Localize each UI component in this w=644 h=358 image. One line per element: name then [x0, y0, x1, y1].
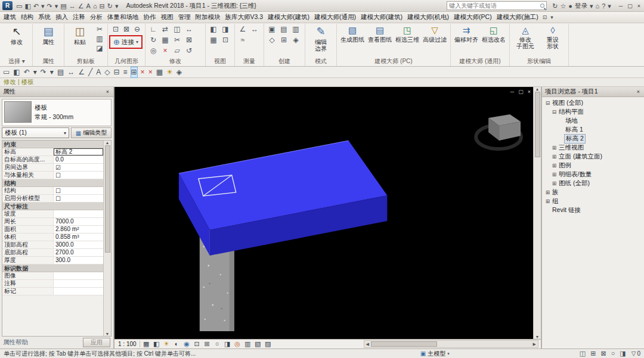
ribbon-tab-16[interactable]: 建模大师(机电)	[405, 12, 451, 23]
reveal-hidden-icon[interactable]: ◎	[233, 340, 242, 348]
measure-icon[interactable]: ↔	[67, 67, 75, 77]
restore-button[interactable]: ▢	[626, 1, 634, 11]
legend-component-icon[interactable]: ▥	[290, 24, 301, 34]
mirror-icon[interactable]: ◫	[172, 24, 182, 34]
qat-caret-icon[interactable]: ▾	[114, 1, 120, 11]
ribbon-tab-7[interactable]: 体量和场地	[105, 12, 141, 23]
ribbon-tab-14[interactable]: 建模大师(通用)	[312, 12, 358, 23]
ribbon-tab-9[interactable]: 视图	[159, 12, 176, 23]
ribbon-tab-12[interactable]: 族库大师V3.3	[223, 12, 266, 23]
scrollbar-thumb[interactable]	[535, 92, 540, 157]
scale-control[interactable]: 1 : 100	[117, 341, 140, 347]
tree-item[interactable]: ⊞族	[542, 188, 644, 197]
scale-icon[interactable]: ▱	[172, 46, 182, 55]
selection-filter[interactable]: ▽ 0	[631, 350, 640, 357]
cut-icon[interactable]: ✂	[94, 24, 105, 34]
design-options-control[interactable]: ▣ 主模型 ▾	[420, 350, 450, 358]
design-options-value[interactable]: 主模型	[428, 350, 445, 358]
exchange-apps-icon[interactable]: ⌂	[595, 1, 601, 11]
type-preview[interactable]: 楼板 常规 - 300mm	[2, 99, 112, 126]
expand-icon[interactable]: ⊞	[544, 198, 551, 204]
app-menu-button[interactable]: R	[2, 1, 13, 10]
cut-geometry-icon[interactable]: ⊡	[110, 24, 121, 34]
save-icon[interactable]: ◧	[13, 67, 20, 77]
ribbon-tab-11[interactable]: 附加模块	[193, 12, 223, 23]
linework-icon[interactable]: ⊡	[220, 35, 231, 45]
ribbon-tab-4[interactable]: 插入	[53, 12, 70, 23]
view-template-icon[interactable]: ▦	[156, 67, 163, 77]
collapse-icon[interactable]: ⊟	[551, 109, 558, 115]
close-icon[interactable]: ×	[636, 89, 641, 95]
modify-subelements-button[interactable]: ◬修改 子图元	[512, 24, 538, 49]
measure-length-icon[interactable]: ↔	[249, 24, 260, 34]
ribbon-tab-2[interactable]: 结构	[18, 12, 36, 23]
tree-item[interactable]: 场地	[542, 116, 644, 125]
param-value[interactable]: 2.860 m²	[54, 226, 103, 233]
tree-item[interactable]: ⊞图纸 (全部)	[542, 179, 644, 188]
collapse-icon[interactable]: ⊟	[544, 100, 551, 106]
scroll-down-icon[interactable]: ▼	[535, 335, 540, 339]
editable-only-icon[interactable]: ◫	[580, 350, 586, 357]
undo-icon[interactable]: ↶	[32, 1, 40, 11]
thin-lines-icon[interactable]: ≡	[123, 67, 128, 77]
options-icon[interactable]: ◈	[177, 67, 182, 77]
scroll-down-icon[interactable]: ▼	[106, 332, 110, 336]
checkbox-unchecked[interactable]: ☐	[55, 195, 61, 202]
param-value[interactable]: 标高 2	[54, 148, 103, 155]
redo-caret-icon[interactable]: ▾	[50, 67, 54, 77]
param-value[interactable]: ☐	[54, 187, 103, 194]
element-selector[interactable]: 楼板 (1) ▾	[2, 127, 69, 138]
default-3d-view-icon[interactable]: ⌂	[92, 1, 98, 11]
aligned-dimension-icon[interactable]: ∠	[78, 67, 85, 77]
match-properties-icon[interactable]: ◪	[94, 43, 105, 53]
ribbon-tab-13[interactable]: 建模大师(建筑)	[265, 12, 312, 23]
create-similar-icon[interactable]: ▤	[278, 24, 289, 34]
expand-icon[interactable]: ⊞	[551, 163, 558, 169]
copy-icon[interactable]: ▥	[94, 34, 105, 43]
modify-button[interactable]: ↖修改	[4, 24, 30, 45]
favorites-icon[interactable]: ☆	[559, 1, 567, 11]
scroll-left-icon[interactable]: ◀	[364, 342, 371, 347]
expand-icon[interactable]: ⊞	[551, 145, 558, 151]
scroll-up-icon[interactable]: ▲	[106, 141, 110, 145]
rotate-icon[interactable]: ↻	[148, 35, 159, 45]
drawing-area[interactable]: ─▢× ▲ ▼ 1 : 100 ▦◧☀◐◉⊡⊞○◨◎▥▧▨ ◀ ▶	[114, 87, 541, 348]
tag-icon[interactable]: ◇	[104, 67, 110, 77]
edit-type-button[interactable]: ▦ 编辑类型	[71, 127, 112, 138]
split-icon[interactable]: ✂	[172, 35, 182, 45]
create-group-icon[interactable]: ▣	[267, 24, 277, 34]
expand-icon[interactable]: ⊞	[551, 172, 558, 178]
param-value[interactable]	[54, 210, 103, 217]
offset-align-button[interactable]: ⇉偏移对齐	[453, 24, 479, 43]
open-icon[interactable]: ▭	[3, 67, 10, 77]
param-value[interactable]: 0.0	[54, 156, 103, 163]
redo-caret-icon[interactable]: ▾	[54, 1, 60, 11]
sync-icon[interactable]: ↻	[106, 1, 114, 11]
ribbon-tab-15[interactable]: 建模大师(建筑)	[358, 12, 405, 23]
dimension-icon[interactable]: ≈	[237, 35, 248, 45]
ribbon-tab-3[interactable]: 系统	[36, 12, 53, 23]
edit-boundary-button[interactable]: ✎编辑 边界	[308, 24, 334, 52]
render-icon[interactable]: ◉	[182, 340, 191, 348]
param-value[interactable]: ☐	[54, 172, 103, 179]
param-value[interactable]	[54, 272, 103, 279]
save-icon[interactable]: ◧	[23, 1, 32, 11]
visual-style-icon[interactable]: ◧	[152, 340, 161, 348]
tree-item[interactable]: ⊞组	[542, 197, 644, 206]
checkbox-checked[interactable]: ☑	[55, 164, 61, 171]
box-rename-button[interactable]: ◱框选改名	[481, 24, 507, 43]
param-value[interactable]: 7000.0	[54, 218, 103, 225]
search-icon[interactable]	[540, 4, 544, 8]
apply-button[interactable]: 应用	[83, 338, 110, 347]
sign-in-caret-icon[interactable]: ▾	[589, 1, 595, 11]
minimize-button[interactable]: ─	[618, 1, 624, 11]
offset-icon[interactable]: ⇄	[160, 24, 171, 34]
view-close-icon[interactable]: ×	[528, 89, 531, 95]
param-value[interactable]: 3000.0	[54, 241, 103, 248]
split-face-icon[interactable]: ⊖	[132, 24, 143, 34]
param-value[interactable]: ☐	[54, 195, 103, 202]
redo-icon[interactable]: ↷	[41, 67, 47, 77]
ribbon-tab-10[interactable]: 管理	[176, 12, 193, 23]
param-value[interactable]: 300.0	[54, 257, 103, 264]
section-icon[interactable]: ⊟	[98, 1, 106, 11]
